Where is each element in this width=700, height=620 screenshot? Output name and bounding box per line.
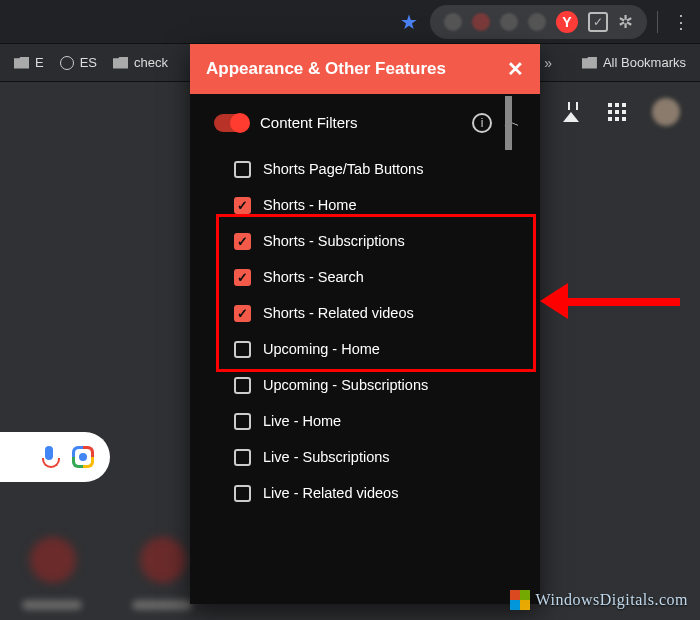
filter-item[interactable]: Shorts - Search	[234, 259, 530, 295]
checkbox[interactable]	[234, 377, 251, 394]
watermark: WindowsDigitals.com	[510, 590, 688, 610]
browser-toolbar: ★ Y ✓ ✲ ⋮	[0, 0, 700, 44]
popup-body: Content Filters i ︿ Shorts Page/Tab Butt…	[190, 94, 540, 604]
toggle-switch[interactable]	[214, 114, 248, 132]
filter-label: Shorts - Subscriptions	[263, 233, 405, 249]
extension-icon[interactable]	[500, 13, 518, 31]
shortcut-tile[interactable]	[140, 537, 186, 583]
extension-icon[interactable]	[528, 13, 546, 31]
checkbox[interactable]	[234, 233, 251, 250]
checkbox[interactable]	[234, 413, 251, 430]
filter-item[interactable]: Shorts - Home	[234, 187, 530, 223]
bookmark-label: ES	[80, 55, 97, 70]
bookmark-star-icon[interactable]: ★	[400, 10, 418, 34]
filter-label: Shorts - Search	[263, 269, 364, 285]
folder-icon	[14, 57, 29, 69]
extension-icon[interactable]	[472, 13, 490, 31]
filter-label: Live - Subscriptions	[263, 449, 390, 465]
checkbox[interactable]	[234, 161, 251, 178]
section-header[interactable]: Content Filters i ︿	[214, 112, 530, 133]
section-label: Content Filters	[260, 114, 460, 131]
active-extension-icon[interactable]: Y	[556, 11, 578, 33]
separator	[657, 11, 658, 33]
checkbox[interactable]	[234, 305, 251, 322]
shortcut-label	[22, 600, 82, 610]
filter-item[interactable]: Upcoming - Home	[234, 331, 530, 367]
info-icon[interactable]: i	[472, 113, 492, 133]
checkbox[interactable]	[234, 485, 251, 502]
camera-lens-icon[interactable]	[72, 446, 94, 468]
folder-icon	[582, 57, 597, 69]
page-top-icons	[560, 98, 680, 126]
shortcut-label	[132, 600, 192, 610]
watermark-text: WindowsDigitals.com	[536, 591, 688, 609]
checkbox[interactable]	[234, 197, 251, 214]
avatar[interactable]	[652, 98, 680, 126]
apps-grid-icon[interactable]	[606, 101, 628, 123]
filter-item[interactable]: Live - Home	[234, 403, 530, 439]
bookmarks-overflow-icon[interactable]: »	[544, 55, 552, 71]
flask-icon[interactable]	[560, 101, 582, 123]
checkbox[interactable]	[234, 269, 251, 286]
filter-item[interactable]: Upcoming - Subscriptions	[234, 367, 530, 403]
bookmark-item[interactable]: check	[113, 55, 168, 70]
filter-label: Shorts Page/Tab Buttons	[263, 161, 423, 177]
scrollbar-thumb[interactable]	[505, 96, 512, 150]
bookmark-item[interactable]: ES	[60, 55, 97, 70]
bookmark-label: All Bookmarks	[603, 55, 686, 70]
popup-title: Appearance & Other Features	[206, 59, 507, 79]
filter-label: Live - Related videos	[263, 485, 398, 501]
filter-item[interactable]: Shorts - Subscriptions	[234, 223, 530, 259]
chrome-menu-icon[interactable]: ⋮	[672, 11, 690, 33]
extensions-puzzle-icon[interactable]: ✲	[618, 11, 633, 33]
bookmark-label: check	[134, 55, 168, 70]
windows-logo-icon	[510, 590, 530, 610]
extension-popup: Appearance & Other Features ✕ Content Fi…	[190, 44, 540, 604]
filter-item[interactable]: Shorts Page/Tab Buttons	[234, 151, 530, 187]
bookmark-item[interactable]: E	[14, 55, 44, 70]
popup-header: Appearance & Other Features ✕	[190, 44, 540, 94]
extensions-pill: Y ✓ ✲	[430, 5, 647, 39]
filter-item[interactable]: Live - Subscriptions	[234, 439, 530, 475]
filter-label: Upcoming - Subscriptions	[263, 377, 428, 393]
bookmark-label: E	[35, 55, 44, 70]
shortcut-tile[interactable]	[30, 537, 76, 583]
filter-list: Shorts Page/Tab ButtonsShorts - HomeShor…	[214, 151, 530, 511]
folder-icon	[113, 57, 128, 69]
filter-label: Shorts - Home	[263, 197, 356, 213]
globe-icon	[60, 56, 74, 70]
filter-label: Upcoming - Home	[263, 341, 380, 357]
extension-check-icon[interactable]: ✓	[588, 12, 608, 32]
mic-icon[interactable]	[42, 446, 56, 468]
filter-item[interactable]: Live - Related videos	[234, 475, 530, 511]
checkbox[interactable]	[234, 449, 251, 466]
all-bookmarks-button[interactable]: All Bookmarks	[582, 55, 686, 70]
filter-label: Shorts - Related videos	[263, 305, 414, 321]
filter-label: Live - Home	[263, 413, 341, 429]
search-chip[interactable]	[0, 432, 110, 482]
checkbox[interactable]	[234, 341, 251, 358]
close-icon[interactable]: ✕	[507, 57, 524, 81]
extension-icon[interactable]	[444, 13, 462, 31]
filter-item[interactable]: Shorts - Related videos	[234, 295, 530, 331]
